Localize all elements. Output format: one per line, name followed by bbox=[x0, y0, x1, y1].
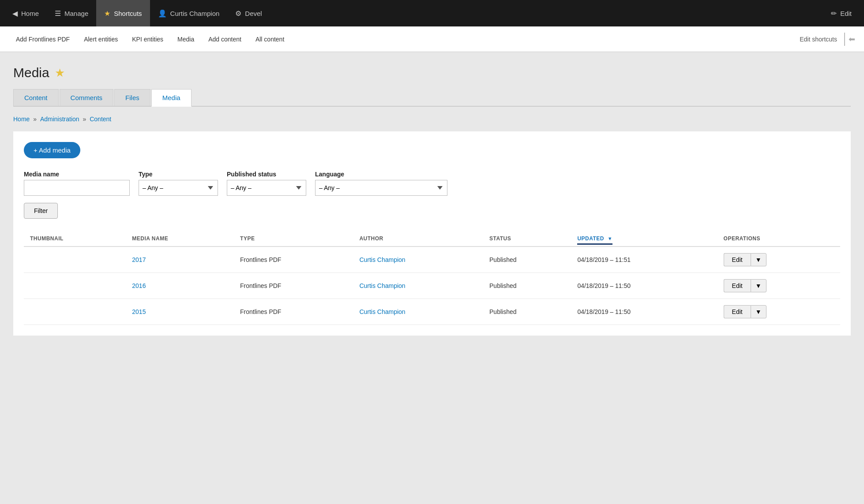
breadcrumb-content[interactable]: Content bbox=[90, 116, 111, 123]
edit-btn-group-2: Edit ▼ bbox=[724, 305, 834, 318]
col-status: STATUS bbox=[483, 231, 571, 246]
language-field: Language – Any – bbox=[315, 171, 447, 196]
breadcrumb-sep-1: » bbox=[33, 116, 38, 123]
col-media-name[interactable]: MEDIA NAME bbox=[126, 231, 234, 246]
tab-comments[interactable]: Comments bbox=[60, 89, 114, 106]
shortcut-add-content[interactable]: Add content bbox=[201, 26, 248, 52]
nav-edit[interactable]: ✏ Edit bbox=[823, 0, 860, 26]
content-block: + Add media Media name Type – Any – Publ… bbox=[13, 131, 851, 336]
published-status-label: Published status bbox=[227, 171, 306, 178]
author-link-1[interactable]: Curtis Champion bbox=[359, 282, 405, 289]
tab-media[interactable]: Media bbox=[151, 89, 192, 107]
cell-type-2: Frontlines PDF bbox=[234, 299, 353, 325]
col-updated[interactable]: UPDATED ▼ bbox=[571, 231, 717, 246]
table-row: 2016 Frontlines PDF Curtis Champion Publ… bbox=[24, 273, 840, 299]
col-operations-label: OPERATIONS bbox=[724, 235, 760, 242]
cell-thumbnail-1 bbox=[24, 273, 126, 299]
cell-status-2: Published bbox=[483, 299, 571, 325]
col-updated-label: UPDATED ▼ bbox=[577, 235, 612, 245]
shortcut-all-content[interactable]: All content bbox=[248, 26, 291, 52]
home-icon: ◀ bbox=[12, 9, 18, 18]
media-name-field: Media name bbox=[24, 171, 130, 196]
cell-type-1: Frontlines PDF bbox=[234, 273, 353, 299]
cell-thumbnail-0 bbox=[24, 246, 126, 273]
nav-devel-label: Devel bbox=[245, 10, 262, 17]
cell-operations-1: Edit ▼ bbox=[717, 273, 840, 299]
cell-media-name-2: 2015 bbox=[126, 299, 234, 325]
type-select[interactable]: – Any – bbox=[139, 180, 218, 196]
shortcut-bar-divider bbox=[844, 33, 845, 46]
cell-author-1: Curtis Champion bbox=[353, 273, 483, 299]
col-thumbnail: THUMBNAIL bbox=[24, 231, 126, 246]
col-author: AUTHOR bbox=[353, 231, 483, 246]
nav-edit-label: Edit bbox=[840, 10, 852, 17]
nav-shortcuts-label: Shortcuts bbox=[114, 10, 142, 17]
page-content: Media ★ Content Comments Files Media Hom… bbox=[0, 52, 864, 504]
media-name-label: Media name bbox=[24, 171, 130, 178]
table-row: 2015 Frontlines PDF Curtis Champion Publ… bbox=[24, 299, 840, 325]
nav-home-label: Home bbox=[21, 10, 39, 17]
cell-updated-2: 04/18/2019 – 11:50 bbox=[571, 299, 717, 325]
add-media-button[interactable]: + Add media bbox=[24, 142, 80, 158]
breadcrumb-administration[interactable]: Administration bbox=[40, 116, 79, 123]
page-title-star-icon[interactable]: ★ bbox=[55, 66, 65, 80]
table-head: THUMBNAIL MEDIA NAME TYPE AUTHOR STATUS bbox=[24, 231, 840, 246]
nav-devel[interactable]: ⚙ Devel bbox=[227, 0, 270, 26]
cell-status-1: Published bbox=[483, 273, 571, 299]
media-name-link-2[interactable]: 2015 bbox=[132, 308, 146, 315]
edit-button-1[interactable]: Edit bbox=[724, 279, 751, 292]
media-name-input[interactable] bbox=[24, 180, 130, 196]
filter-button-row: Filter bbox=[24, 203, 840, 219]
shortcut-kpi-entities[interactable]: KPI entities bbox=[125, 26, 170, 52]
edit-dropdown-button-0[interactable]: ▼ bbox=[751, 253, 766, 266]
table-body: 2017 Frontlines PDF Curtis Champion Publ… bbox=[24, 246, 840, 325]
col-author-label: AUTHOR bbox=[359, 235, 383, 242]
page-title: Media bbox=[13, 65, 49, 80]
shortcuts-star-icon: ★ bbox=[104, 9, 110, 18]
tab-content[interactable]: Content bbox=[13, 89, 59, 106]
col-status-label: STATUS bbox=[489, 235, 511, 242]
media-name-link-1[interactable]: 2016 bbox=[132, 282, 146, 289]
edit-dropdown-button-2[interactable]: ▼ bbox=[751, 305, 766, 318]
table-row: 2017 Frontlines PDF Curtis Champion Publ… bbox=[24, 246, 840, 273]
nav-manage-label: Manage bbox=[64, 10, 88, 17]
nav-user-label: Curtis Champion bbox=[170, 10, 220, 17]
nav-home[interactable]: ◀ Home bbox=[4, 0, 47, 26]
edit-button-0[interactable]: Edit bbox=[724, 253, 751, 266]
shortcuts-bar: Add Frontlines PDF Alert entities KPI en… bbox=[0, 26, 864, 52]
author-link-0[interactable]: Curtis Champion bbox=[359, 256, 405, 263]
cell-author-2: Curtis Champion bbox=[353, 299, 483, 325]
col-type[interactable]: TYPE bbox=[234, 231, 353, 246]
breadcrumb-home[interactable]: Home bbox=[13, 116, 30, 123]
tabs-bar: Content Comments Files Media bbox=[13, 89, 851, 107]
edit-dropdown-button-1[interactable]: ▼ bbox=[751, 279, 766, 292]
tab-files[interactable]: Files bbox=[114, 89, 150, 106]
nav-shortcuts[interactable]: ★ Shortcuts bbox=[96, 0, 150, 26]
user-icon: 👤 bbox=[158, 9, 167, 18]
edit-shortcuts-link[interactable]: Edit shortcuts bbox=[800, 36, 837, 43]
edit-button-2[interactable]: Edit bbox=[724, 305, 751, 318]
author-link-2[interactable]: Curtis Champion bbox=[359, 308, 405, 315]
cell-status-0: Published bbox=[483, 246, 571, 273]
published-status-field: Published status – Any – bbox=[227, 171, 306, 196]
manage-icon: ☰ bbox=[55, 9, 61, 18]
language-select[interactable]: – Any – bbox=[315, 180, 447, 196]
filter-button[interactable]: Filter bbox=[24, 203, 58, 219]
top-nav: ◀ Home ☰ Manage ★ Shortcuts 👤 Curtis Cha… bbox=[0, 0, 864, 26]
shortcut-alert-entities[interactable]: Alert entities bbox=[77, 26, 125, 52]
breadcrumb-sep-2: » bbox=[83, 116, 88, 123]
updated-sort-arrow: ▼ bbox=[608, 236, 612, 241]
col-thumbnail-label: THUMBNAIL bbox=[30, 235, 64, 242]
devel-icon: ⚙ bbox=[235, 9, 241, 18]
breadcrumb: Home » Administration » Content bbox=[13, 116, 851, 123]
media-name-link-0[interactable]: 2017 bbox=[132, 256, 146, 263]
cell-updated-1: 04/18/2019 – 11:50 bbox=[571, 273, 717, 299]
shortcut-media[interactable]: Media bbox=[170, 26, 201, 52]
nav-manage[interactable]: ☰ Manage bbox=[47, 0, 96, 26]
nav-user[interactable]: 👤 Curtis Champion bbox=[150, 0, 228, 26]
shortcut-arrow-icon: ⬅ bbox=[849, 34, 855, 44]
media-table: THUMBNAIL MEDIA NAME TYPE AUTHOR STATUS bbox=[24, 231, 840, 325]
published-status-select[interactable]: – Any – bbox=[227, 180, 306, 196]
cell-operations-2: Edit ▼ bbox=[717, 299, 840, 325]
shortcut-add-frontlines-pdf[interactable]: Add Frontlines PDF bbox=[9, 26, 77, 52]
